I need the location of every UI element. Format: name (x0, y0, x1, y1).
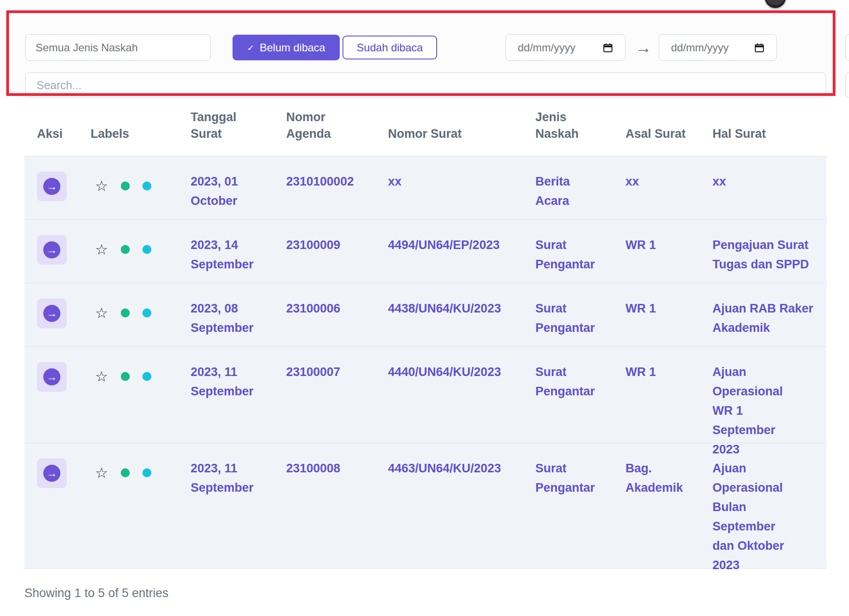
open-naskah-button[interactable]: → (37, 362, 67, 392)
date-to-placeholder: dd/mm/yyyy (671, 41, 729, 54)
date-from-placeholder: dd/mm/yyyy (518, 41, 575, 54)
cell-asal-surat: xx (625, 156, 693, 191)
cell-asal-surat: WR 1 (625, 220, 693, 255)
user-avatar[interactable] (765, 0, 786, 8)
belum-dibaca-label: Belum dibaca (260, 41, 325, 54)
cell-jenis-naskah: Surat Pengantar (535, 443, 603, 498)
search-input[interactable]: Search... (25, 72, 826, 98)
cell-nomor-agenda: 23100009 (286, 220, 388, 255)
column-header-hal-surat[interactable]: Hal Surat (712, 126, 826, 156)
arrow-right-circle-icon: → (43, 241, 60, 258)
column-header-tanggal-surat[interactable]: Tanggal Surat (191, 109, 247, 156)
green-label-dot[interactable] (121, 468, 130, 477)
clipped-control-edge (845, 34, 849, 61)
open-naskah-button[interactable]: → (37, 235, 67, 265)
column-header-asal-surat[interactable]: Asal Surat (625, 126, 712, 156)
column-header-labels[interactable]: Labels (91, 126, 191, 156)
column-header-aksi[interactable]: Aksi (24, 126, 91, 156)
open-naskah-button[interactable]: → (37, 458, 67, 488)
cell-nomor-surat: xx (388, 156, 535, 191)
jenis-naskah-select[interactable]: Semua Jenis Naskah (25, 34, 211, 61)
date-from-input[interactable]: dd/mm/yyyy (506, 34, 625, 61)
open-naskah-button[interactable]: → (37, 299, 67, 328)
star-icon[interactable]: ☆ (95, 179, 108, 193)
cell-tanggal-surat: 2023, 01 October (191, 156, 258, 211)
cyan-label-dot[interactable] (142, 308, 151, 317)
cell-jenis-naskah: Surat Pengantar (535, 347, 603, 401)
cell-nomor-agenda: 23100007 (286, 347, 388, 382)
calendar-icon[interactable] (603, 42, 613, 53)
sudah-dibaca-label: Sudah dibaca (357, 41, 423, 54)
cyan-label-dot[interactable] (142, 245, 151, 254)
green-label-dot[interactable] (121, 308, 130, 317)
table-row: → ☆ 2023, 14 September 23100009 4494/UN6… (24, 219, 826, 283)
cell-tanggal-surat: 2023, 14 September (191, 220, 258, 274)
open-naskah-button[interactable]: → (37, 172, 67, 201)
green-label-dot[interactable] (121, 245, 130, 254)
table-row: → ☆ 2023, 11 September 23100008 4463/UN6… (24, 443, 826, 569)
filter-bar: Semua Jenis Naskah ✓ Belum dibaca Sudah … (0, 10, 849, 96)
arrow-right-circle-icon: → (43, 305, 60, 322)
table-row: → ☆ 2023, 01 October 2310100002 xx Berit… (24, 156, 826, 219)
arrow-right-circle-icon: → (43, 465, 60, 482)
search-placeholder: Search... (37, 79, 82, 92)
green-label-dot[interactable] (121, 372, 130, 381)
check-icon: ✓ (247, 43, 254, 53)
jenis-naskah-selected-value: Semua Jenis Naskah (36, 41, 138, 54)
table-row: → ☆ 2023, 08 September 23100006 4438/UN6… (24, 283, 826, 346)
green-label-dot[interactable] (121, 181, 130, 190)
cell-asal-surat: WR 1 (625, 347, 693, 382)
date-to-input[interactable]: dd/mm/yyyy (659, 34, 777, 61)
cell-tanggal-surat: 2023, 08 September (191, 283, 258, 338)
arrow-right-circle-icon: → (43, 178, 60, 195)
cell-nomor-agenda: 2310100002 (286, 156, 388, 191)
entries-summary: Showing 1 to 5 of 5 entries (24, 586, 169, 600)
cell-hal-surat: Ajuan Operasional WR 1 September 2023 (712, 347, 791, 459)
table-header-row: Aksi Labels Tanggal Surat Nomor Agenda N… (24, 95, 826, 156)
cell-hal-surat: Ajuan Operasional Bulan September dan Ok… (712, 443, 791, 575)
cell-asal-surat: Bag. Akademik (625, 443, 693, 498)
star-icon[interactable]: ☆ (95, 466, 108, 480)
cell-nomor-surat: 4438/UN64/KU/2023 (388, 283, 535, 318)
arrow-right-circle-icon: → (43, 368, 60, 385)
cyan-label-dot[interactable] (142, 372, 151, 381)
cell-hal-surat: Ajuan RAB Raker Akademik (712, 283, 826, 338)
cell-hal-surat: xx (712, 156, 826, 191)
clipped-control-edge (845, 72, 849, 98)
star-icon[interactable]: ☆ (95, 242, 108, 257)
cyan-label-dot[interactable] (142, 468, 151, 477)
cell-nomor-surat: 4494/UN64/EP/2023 (388, 220, 535, 255)
column-header-nomor-surat[interactable]: Nomor Surat (388, 126, 535, 156)
cell-nomor-agenda: 23100008 (286, 443, 388, 478)
star-icon[interactable]: ☆ (95, 369, 108, 384)
date-range-arrow-icon: → (633, 38, 654, 57)
calendar-icon[interactable] (754, 42, 765, 53)
table-row: → ☆ 2023, 11 September 23100007 4440/UN6… (24, 346, 826, 443)
belum-dibaca-button[interactable]: ✓ Belum dibaca (233, 35, 340, 60)
cell-jenis-naskah: Surat Pengantar (535, 220, 603, 274)
column-header-nomor-agenda[interactable]: Nomor Agenda (286, 109, 342, 156)
star-icon[interactable]: ☆ (95, 306, 108, 320)
cell-jenis-naskah: Berita Acara (535, 156, 603, 211)
cell-nomor-surat: 4463/UN64/KU/2023 (388, 443, 535, 478)
cell-tanggal-surat: 2023, 11 September (191, 347, 258, 401)
cell-asal-surat: WR 1 (625, 283, 693, 318)
cell-tanggal-surat: 2023, 11 September (191, 443, 258, 498)
cell-jenis-naskah: Surat Pengantar (535, 283, 603, 338)
cell-nomor-surat: 4440/UN64/KU/2023 (388, 347, 535, 382)
naskah-table: Aksi Labels Tanggal Surat Nomor Agenda N… (24, 95, 826, 569)
cyan-label-dot[interactable] (142, 181, 151, 190)
cell-hal-surat: Pengajuan Surat Tugas dan SPPD (712, 220, 826, 274)
column-header-jenis-naskah[interactable]: Jenis Naskah (535, 109, 592, 156)
cell-nomor-agenda: 23100006 (286, 283, 388, 318)
sudah-dibaca-button[interactable]: Sudah dibaca (342, 36, 437, 59)
